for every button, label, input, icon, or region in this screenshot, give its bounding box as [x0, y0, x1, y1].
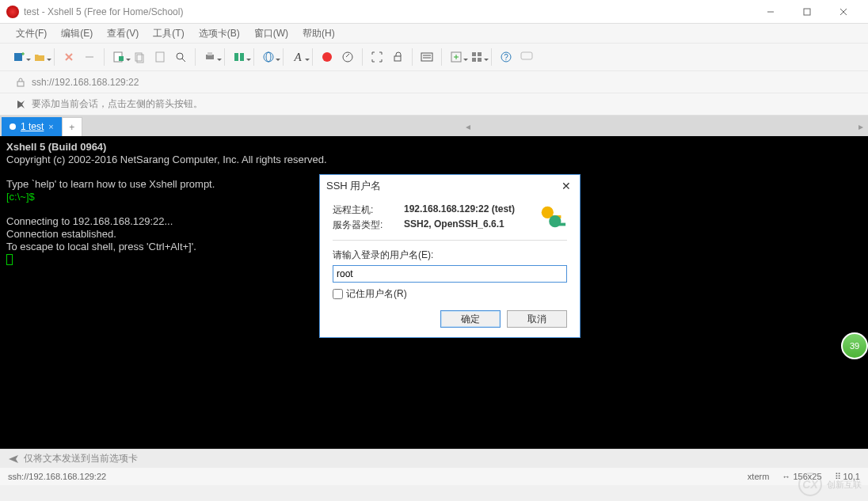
floating-badge[interactable]: 39	[841, 332, 868, 359]
color-scheme-icon[interactable]	[318, 47, 337, 66]
svg-rect-8	[119, 56, 124, 61]
help-icon[interactable]: ?	[497, 47, 516, 66]
username-prompt: 请输入登录的用户名(E):	[333, 249, 567, 262]
svg-point-18	[264, 52, 273, 62]
new-tab-button[interactable]: +	[62, 117, 82, 136]
watermark-text: 创新互联	[827, 479, 862, 491]
tab-scroll-right[interactable]: ▸	[854, 117, 868, 136]
menu-tabs[interactable]: 选项卡(B)	[199, 27, 240, 40]
status-term: xterm	[748, 472, 770, 481]
lock-icon[interactable]	[388, 47, 407, 66]
term-line: Connecting to 192.168.168.129:22...	[6, 215, 173, 227]
lock-icon	[16, 78, 25, 87]
tab-bar: 1 test × + ◂ ▸	[0, 116, 868, 136]
tab-close-icon[interactable]: ×	[48, 122, 53, 131]
status-bar: ssh://192.168.168.129:22 xterm ↔ 156x25 …	[0, 468, 868, 485]
svg-text:?: ?	[504, 53, 508, 62]
svg-rect-29	[472, 52, 476, 56]
properties-icon[interactable]	[109, 47, 128, 66]
close-button[interactable]	[825, 1, 862, 23]
print-icon[interactable]	[200, 47, 219, 66]
menu-file[interactable]: 文件(F)	[16, 27, 47, 40]
remember-username-checkbox[interactable]: 记住用户名(R)	[333, 287, 567, 301]
hint-text: 要添加当前会话，点击左侧的箭头按钮。	[32, 97, 203, 111]
term-line: Type `help' to learn how to use Xshell p…	[6, 178, 215, 190]
open-icon[interactable]	[30, 47, 49, 66]
transfer-icon[interactable]	[230, 47, 249, 66]
svg-rect-16	[234, 53, 238, 61]
term-prompt: [c:\~]$	[6, 191, 35, 203]
svg-rect-17	[240, 53, 244, 61]
svg-rect-22	[394, 56, 401, 61]
tab-status-dot	[10, 123, 16, 130]
menu-view[interactable]: 查看(V)	[107, 27, 139, 40]
username-input[interactable]	[333, 265, 567, 283]
term-line: Xshell 5 (Build 0964)	[6, 141, 106, 153]
svg-rect-40	[558, 223, 566, 226]
globe-icon[interactable]	[259, 47, 278, 66]
server-type-value: SSH2, OpenSSH_6.6.1	[404, 218, 504, 232]
feedback-icon[interactable]	[517, 47, 536, 66]
dialog-titlebar[interactable]: SSH 用户名 ✕	[320, 175, 580, 197]
compose-icon[interactable]	[338, 47, 357, 66]
term-line: To escape to local shell, press 'Ctrl+Al…	[6, 241, 196, 252]
address-text[interactable]: ssh://192.168.168.129:22	[32, 77, 139, 88]
new-session-icon[interactable]	[10, 47, 29, 66]
title-bar: test - Xshell 5 (Free for Home/School)	[0, 0, 868, 24]
svg-rect-1	[804, 9, 810, 15]
svg-rect-30	[478, 52, 482, 56]
svg-point-19	[266, 52, 271, 62]
send-bar: 仅将文本发送到当前选项卡	[0, 449, 868, 468]
dialog-title: SSH 用户名	[326, 179, 559, 193]
tab-test[interactable]: 1 test ×	[2, 117, 62, 136]
fullscreen-icon[interactable]	[367, 47, 386, 66]
keyboard-icon[interactable]	[417, 47, 436, 66]
menu-window[interactable]: 窗口(W)	[254, 27, 288, 40]
svg-rect-35	[521, 52, 532, 59]
svg-rect-11	[156, 52, 164, 62]
paste-icon[interactable]	[150, 47, 169, 66]
watermark-logo: CX	[798, 473, 822, 496]
svg-rect-15	[207, 52, 212, 55]
svg-point-12	[177, 53, 183, 59]
minimize-button[interactable]	[752, 1, 789, 23]
svg-rect-23	[421, 53, 432, 61]
send-hint: 仅将文本发送到当前选项卡	[24, 452, 138, 465]
svg-rect-32	[478, 58, 482, 62]
remote-host-label: 远程主机:	[333, 203, 404, 217]
keys-icon	[537, 202, 567, 232]
menu-help[interactable]: 帮助(H)	[303, 27, 335, 40]
toolbar: A ?	[0, 43, 868, 71]
window-title: test - Xshell 5 (Free for Home/School)	[24, 6, 752, 17]
remember-checkbox[interactable]	[333, 289, 343, 299]
send-icon[interactable]	[8, 454, 19, 465]
tab-scroll-left[interactable]: ◂	[461, 117, 475, 136]
watermark: CX 创新互联	[798, 473, 862, 496]
layout-icon[interactable]	[467, 47, 486, 66]
menu-tools[interactable]: 工具(T)	[153, 27, 184, 40]
maximize-button[interactable]	[789, 1, 825, 23]
server-type-label: 服务器类型:	[333, 218, 404, 232]
add-icon[interactable]	[447, 47, 466, 66]
remote-host-value: 192.168.168.129:22 (test)	[404, 203, 515, 217]
svg-rect-31	[472, 58, 476, 62]
term-line: Connection established.	[6, 228, 116, 240]
disconnect-icon[interactable]	[80, 47, 99, 66]
svg-rect-4	[14, 53, 22, 61]
font-icon[interactable]: A	[288, 47, 307, 66]
svg-line-13	[182, 59, 185, 62]
app-icon	[6, 6, 19, 18]
dialog-close-button[interactable]: ✕	[559, 179, 573, 193]
cancel-button[interactable]: 取消	[507, 310, 567, 328]
arrow-icon	[16, 99, 27, 110]
ssh-username-dialog: SSH 用户名 ✕ 远程主机:192.168.168.129:22 (test)…	[319, 174, 581, 338]
find-icon[interactable]	[171, 47, 190, 66]
copy-icon[interactable]	[130, 47, 149, 66]
status-address: ssh://192.168.168.129:22	[8, 472, 106, 481]
menu-edit[interactable]: 编辑(E)	[61, 27, 93, 40]
tab-label: 1 test	[21, 121, 44, 132]
ok-button[interactable]: 确定	[440, 310, 501, 328]
menu-bar: 文件(F) 编辑(E) 查看(V) 工具(T) 选项卡(B) 窗口(W) 帮助(…	[0, 24, 868, 43]
reconnect-icon[interactable]	[59, 47, 78, 66]
cursor	[6, 254, 13, 265]
